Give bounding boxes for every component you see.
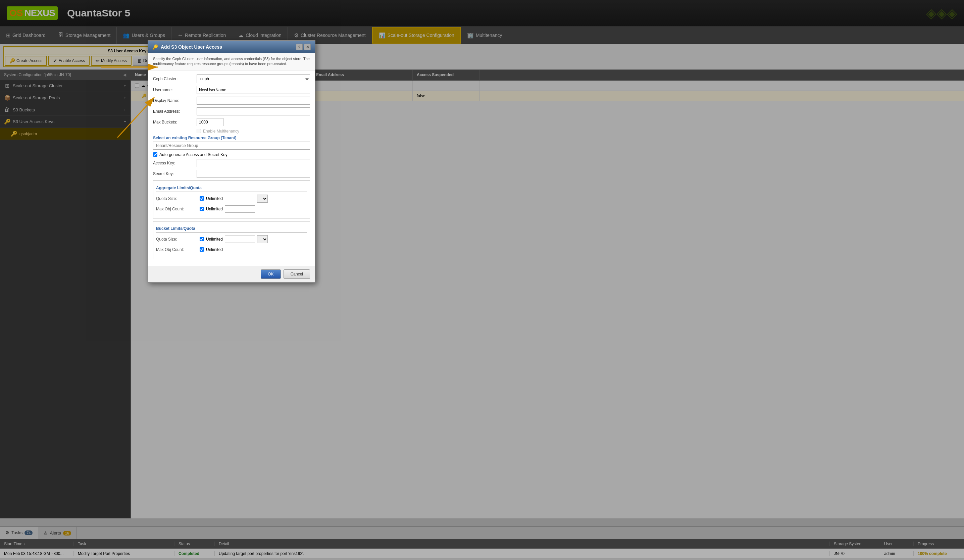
bucket-limits-box: Bucket Limits/Quota Quota Size: Unlimite… (153, 221, 310, 259)
email-label: Email Address: (153, 109, 197, 114)
select-resource-group-section: Select an existing Resource Group (Tenan… (153, 135, 310, 150)
bucket-limits-title: Bucket Limits/Quota (156, 226, 307, 233)
dialog-username-row: Username: (153, 86, 310, 94)
display-name-input[interactable] (197, 97, 310, 105)
dialog-access-key-row: Access Key: (153, 159, 310, 167)
bkt-quota-size-row: Quota Size: Unlimited (156, 235, 307, 243)
dialog-secret-key-row: Secret Key: (153, 170, 310, 178)
agg-quota-size-controls: Unlimited (200, 195, 307, 203)
dialog-title-icon: 🔑 (152, 44, 158, 50)
bkt-max-obj-row: Max Obj Count: Unlimited (156, 246, 307, 253)
bkt-quota-unlimited-label: Unlimited (206, 237, 223, 242)
username-label: Username: (153, 88, 197, 92)
max-buckets-label: Max Buckets: (153, 120, 197, 124)
agg-obj-unlimited-checkbox[interactable] (200, 207, 204, 211)
secret-key-input[interactable] (197, 170, 310, 178)
bkt-obj-unlimited-label: Unlimited (206, 247, 223, 252)
dialog-cancel-button[interactable]: Cancel (283, 269, 310, 279)
bkt-obj-unlimited-checkbox[interactable] (200, 247, 204, 252)
max-buckets-input[interactable] (197, 118, 223, 126)
username-input[interactable] (197, 86, 310, 94)
dialog-footer: OK Cancel (148, 266, 315, 282)
dialog-close-btn[interactable]: ✕ (304, 44, 311, 50)
bkt-quota-size-controls: Unlimited (200, 235, 307, 243)
aggregate-limits-title: Aggregate Limits/Quota (156, 186, 307, 192)
dialog-title: Add S3 Object User Access (161, 44, 222, 50)
agg-quota-size-input[interactable] (225, 195, 255, 202)
auto-generate-row: Auto-generate Access and Secret Key (153, 152, 310, 157)
dialog-description: Specify the Ceph Cluster, user informati… (148, 53, 315, 70)
agg-quota-unlimited-label: Unlimited (206, 196, 223, 201)
agg-max-obj-label: Max Obj Count: (156, 207, 200, 212)
dialog-overlay: 🔑 Add S3 Object User Access ? ✕ Specify … (0, 0, 964, 560)
dialog-email-row: Email Address: (153, 107, 310, 116)
dialog-titlebar: 🔑 Add S3 Object User Access ? ✕ (148, 41, 315, 53)
dialog-ceph-cluster-row: Ceph Cluster: ceph (153, 75, 310, 83)
bkt-quota-size-label: Quota Size: (156, 237, 200, 242)
dialog-body: Ceph Cluster: ceph Username: Display Nam… (148, 70, 315, 266)
add-s3-dialog: 🔑 Add S3 Object User Access ? ✕ Specify … (148, 40, 316, 283)
dialog-help-btn[interactable]: ? (296, 44, 303, 50)
enable-multitenancy-row: Enable Multitenancy (197, 129, 310, 133)
tenant-resource-group-input[interactable] (153, 142, 310, 150)
agg-max-obj-controls: Unlimited (200, 205, 307, 213)
agg-obj-count-input[interactable] (225, 205, 255, 213)
bkt-quota-size-unit[interactable] (257, 235, 268, 243)
bkt-max-obj-controls: Unlimited (200, 246, 307, 253)
select-resource-group-label: Select an existing Resource Group (Tenan… (153, 135, 310, 140)
agg-quota-unlimited-checkbox[interactable] (200, 196, 204, 201)
ceph-cluster-select[interactable]: ceph (197, 75, 310, 83)
access-key-label: Access Key: (153, 161, 197, 165)
agg-quota-size-row: Quota Size: Unlimited (156, 195, 307, 203)
enable-multitenancy-label: Enable Multitenancy (203, 129, 239, 133)
display-name-label: Display Name: (153, 98, 197, 103)
dialog-max-buckets-row: Max Buckets: (153, 118, 310, 126)
auto-generate-checkbox[interactable] (153, 152, 157, 157)
aggregate-limits-box: Aggregate Limits/Quota Quota Size: Unlim… (153, 181, 310, 218)
ceph-cluster-label: Ceph Cluster: (153, 77, 197, 81)
agg-max-obj-row: Max Obj Count: Unlimited (156, 205, 307, 213)
dialog-ok-button[interactable]: OK (261, 269, 280, 279)
auto-generate-label: Auto-generate Access and Secret Key (160, 152, 228, 157)
bkt-max-obj-label: Max Obj Count: (156, 247, 200, 252)
bkt-quota-unlimited-checkbox[interactable] (200, 237, 204, 241)
email-input[interactable] (197, 107, 310, 116)
dialog-window-controls: ? ✕ (296, 44, 311, 50)
enable-multitenancy-checkbox[interactable] (197, 129, 201, 133)
agg-quota-size-label: Quota Size: (156, 196, 200, 201)
agg-quota-size-unit[interactable] (257, 195, 268, 203)
bkt-obj-count-input[interactable] (225, 246, 255, 253)
dialog-display-name-row: Display Name: (153, 97, 310, 105)
secret-key-label: Secret Key: (153, 171, 197, 176)
access-key-input[interactable] (197, 159, 310, 167)
ceph-cluster-field: ceph (197, 75, 310, 83)
bkt-quota-size-input[interactable] (225, 236, 255, 243)
agg-obj-unlimited-label: Unlimited (206, 207, 223, 212)
